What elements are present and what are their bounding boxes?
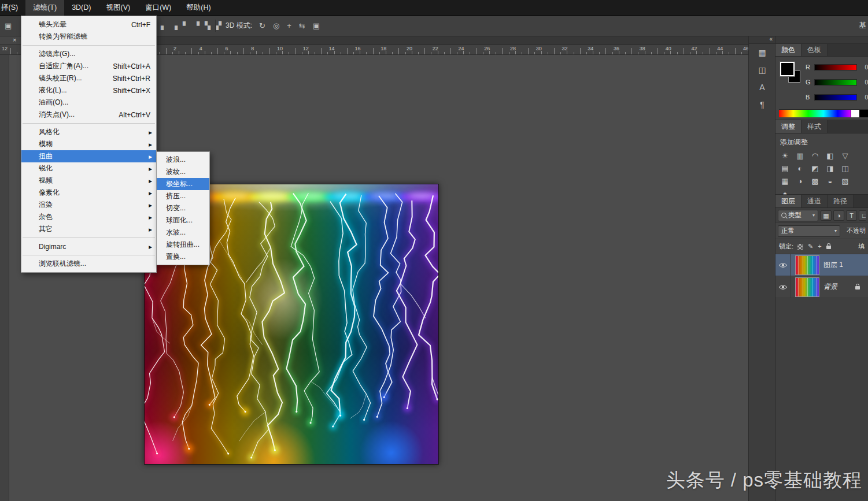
submenu-item-zigzag[interactable]: 水波... <box>157 227 209 239</box>
blend-mode-combo[interactable]: 正常 <box>778 225 840 237</box>
submenu-item-displace[interactable]: 置换... <box>157 251 209 263</box>
menu-item-adaptive-wide-angle[interactable]: 自适应广角(A)...Shift+Ctrl+A <box>21 60 156 72</box>
menu-item-render[interactable]: 渲染 <box>21 199 156 211</box>
menu-item-video[interactable]: 视频 <box>21 175 156 187</box>
menubar-item-3d[interactable]: 3D(D) <box>64 0 98 16</box>
lock-pixels-icon[interactable]: ✎ <box>808 243 813 250</box>
tab-color[interactable]: 颜色 <box>775 43 801 56</box>
tab-styles[interactable]: 样式 <box>801 120 828 133</box>
menu-item-pixelate[interactable]: 像素化 <box>21 187 156 199</box>
submenu-item-wave[interactable]: 波浪... <box>157 154 209 166</box>
paragraph-panel-icon[interactable]: ¶ <box>760 101 764 109</box>
foreground-color-swatch[interactable] <box>780 62 795 76</box>
color-balance-icon[interactable]: ◐ <box>795 164 805 173</box>
character-panel-icon[interactable]: A <box>759 83 764 91</box>
align-icon-5[interactable]: ▚ <box>205 22 210 29</box>
green-slider[interactable] <box>814 79 857 86</box>
menu-item-stylize[interactable]: 风格化 <box>21 126 156 138</box>
exposure-icon[interactable]: ◧ <box>825 151 835 161</box>
black-white-icon[interactable]: ◩ <box>810 164 820 173</box>
align-icon-2[interactable]: ▗ <box>172 22 178 29</box>
submenu-item-polar-coordinates[interactable]: 极坐标... <box>157 178 209 190</box>
red-slider[interactable] <box>814 64 857 70</box>
menubar-item-view[interactable]: 视图(V) <box>98 0 138 16</box>
3d-scale-icon[interactable]: ▣ <box>313 22 320 29</box>
lock-transparency-icon[interactable] <box>797 244 803 250</box>
3d-slide-icon[interactable]: ⇆ <box>299 22 305 29</box>
layer-thumbnail[interactable] <box>795 277 819 297</box>
submenu-item-shear[interactable]: 切变... <box>157 202 209 214</box>
menu-item-liquify[interactable]: 液化(L)...Shift+Ctrl+X <box>21 84 156 97</box>
layer-name[interactable]: 图层 1 <box>823 260 843 270</box>
layer-name[interactable]: 背景 <box>823 282 837 292</box>
levels-icon[interactable]: ▥ <box>795 151 805 161</box>
3d-drag-icon[interactable]: + <box>287 22 291 29</box>
menu-item-filter-gallery[interactable]: 滤镜库(G)... <box>21 48 156 60</box>
green-value[interactable]: 0 <box>860 79 868 86</box>
menubar-item-filter[interactable]: 滤镜(T) <box>25 0 64 16</box>
submenu-item-spherize[interactable]: 球面化... <box>157 214 209 227</box>
layer-row-layer-1[interactable]: 图层 1 <box>775 254 868 276</box>
menu-item-distort[interactable]: 扭曲 <box>21 150 156 162</box>
posterize-icon[interactable]: ▩ <box>810 176 820 186</box>
channel-mixer-icon[interactable]: ◫ <box>840 164 850 173</box>
tab-channels[interactable]: 通道 <box>801 195 828 207</box>
menu-item-browse-filters-online[interactable]: 浏览联机滤镜... <box>21 258 156 270</box>
menu-item-convert-smart-filter[interactable]: 转换为智能滤镜 <box>21 31 156 43</box>
blue-value[interactable]: 0 <box>860 94 868 101</box>
lock-all-icon[interactable] <box>826 246 831 249</box>
eye-icon[interactable] <box>778 262 788 268</box>
submenu-item-twirl[interactable]: 旋转扭曲... <box>157 239 209 251</box>
lock-position-icon[interactable]: + <box>818 243 821 250</box>
blue-slider[interactable] <box>814 94 857 101</box>
tool-preset-icon[interactable]: ▣ <box>5 22 12 29</box>
tab-paths[interactable]: 路径 <box>828 195 854 207</box>
color-lookup-icon[interactable]: ▦ <box>780 176 790 186</box>
align-icon-6[interactable]: ▞ <box>216 22 221 29</box>
tab-layers[interactable]: 图层 <box>775 195 801 207</box>
menu-item-lens-correction[interactable]: 镜头校正(R)...Shift+Ctrl+R <box>21 72 156 84</box>
eye-icon[interactable] <box>778 284 788 290</box>
menu-item-lens-flare[interactable]: 镜头光晕Ctrl+F <box>21 18 156 31</box>
3d-roll-icon[interactable]: ◎ <box>273 22 279 29</box>
menu-item-oil-paint[interactable]: 油画(O)... <box>21 97 156 109</box>
adjustment-layer-filter-icon[interactable]: ◑ <box>833 210 844 221</box>
align-icon-3[interactable]: ▘ <box>183 22 189 29</box>
properties-panel-icon[interactable]: ◫ <box>758 66 766 74</box>
align-icon-1[interactable]: ▖ <box>161 22 167 29</box>
menubar-item-select[interactable]: 择(S) <box>0 0 25 16</box>
tab-adjustments[interactable]: 调整 <box>775 120 801 133</box>
menubar-item-window[interactable]: 窗口(W) <box>138 0 179 16</box>
black-swatch[interactable] <box>859 110 868 117</box>
menu-item-vanishing-point[interactable]: 消失点(V)...Alt+Ctrl+V <box>21 109 156 121</box>
submenu-item-ripple[interactable]: 波纹... <box>157 166 209 178</box>
layer-thumbnail[interactable] <box>795 255 819 275</box>
tab-swatches[interactable]: 色板 <box>801 43 828 56</box>
workspace-switcher[interactable]: 基 <box>858 16 868 36</box>
vibrance-icon[interactable]: ▽ <box>840 151 850 161</box>
menu-item-noise[interactable]: 杂色 <box>21 211 156 223</box>
curves-icon[interactable]: ◠ <box>810 151 820 161</box>
pixel-layer-filter-icon[interactable]: ▦ <box>821 210 832 221</box>
menu-item-blur[interactable]: 模糊 <box>21 138 156 150</box>
layer-filter-type-combo[interactable]: 类型 <box>778 210 818 221</box>
info-panel-icon[interactable]: ▦ <box>758 49 766 57</box>
type-layer-filter-icon[interactable]: T <box>846 210 857 221</box>
gradient-map-icon[interactable]: ▧ <box>840 176 850 186</box>
submenu-item-pinch[interactable]: 挤压... <box>157 190 209 202</box>
menubar-item-help[interactable]: 帮助(H) <box>179 0 218 16</box>
expand-panels-icon[interactable]: « <box>769 36 773 43</box>
white-swatch[interactable] <box>851 110 859 117</box>
invert-icon[interactable]: ◑ <box>795 176 805 186</box>
layer-visibility-cell[interactable] <box>775 276 791 298</box>
red-value[interactable]: 0 <box>860 64 868 70</box>
3d-rotate-icon[interactable]: ↻ <box>259 22 265 29</box>
layer-visibility-cell[interactable] <box>775 254 791 276</box>
hue-saturation-icon[interactable]: ▤ <box>780 164 790 173</box>
menu-item-sharpen[interactable]: 锐化 <box>21 162 156 175</box>
menu-item-digimarc[interactable]: Digimarc <box>21 240 156 253</box>
shape-layer-filter-icon[interactable]: □ <box>859 210 866 221</box>
brightness-contrast-icon[interactable]: ☀ <box>780 151 790 161</box>
photo-filter-icon[interactable]: ◨ <box>825 164 835 173</box>
threshold-icon[interactable]: ◒ <box>825 176 835 186</box>
